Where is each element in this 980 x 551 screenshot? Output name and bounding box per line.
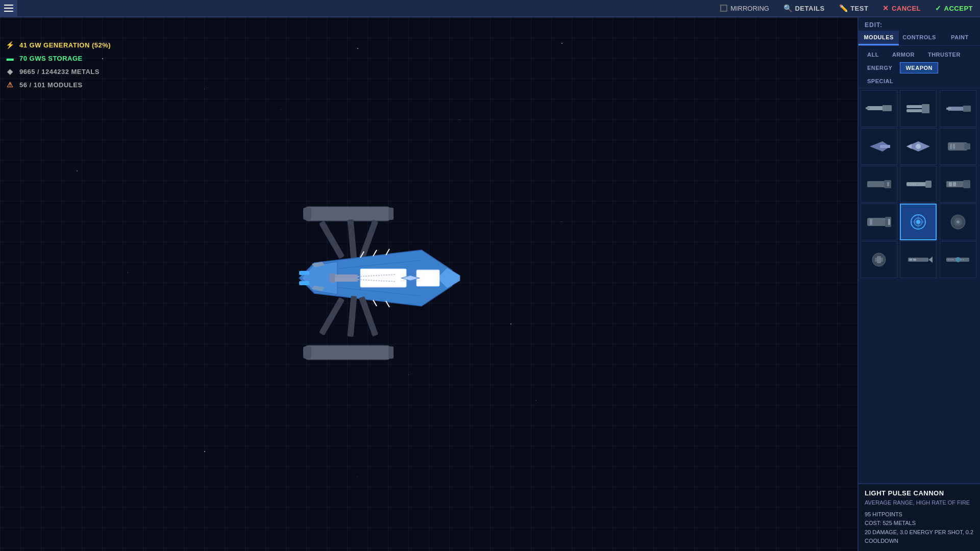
svg-rect-34 xyxy=(303,346,311,359)
module-cell-3[interactable] xyxy=(861,128,897,165)
mirroring-label: MIRRORING xyxy=(730,5,769,12)
module-cell-10[interactable] xyxy=(900,204,937,240)
svg-rect-43 xyxy=(963,106,971,112)
tab-controls[interactable]: CONTROLS xyxy=(899,31,939,45)
filter-armor[interactable]: ARMOR xyxy=(887,49,920,60)
accept-button[interactable]: ✓ ACCEPT xyxy=(928,0,980,17)
lightning-icon: ⚡ xyxy=(5,40,15,50)
svg-rect-52 xyxy=(950,144,952,149)
svg-point-86 xyxy=(955,257,961,262)
module-cell-7[interactable] xyxy=(900,166,937,203)
svg-rect-41 xyxy=(922,104,929,113)
tab-paint[interactable]: PAINT xyxy=(940,31,980,45)
hud-modules: ⚠ 56 / 101 MODULES xyxy=(5,80,111,90)
item-name: LIGHT PULSE CANNON xyxy=(865,489,974,497)
canvas-area[interactable]: ⚡ 41 GW GENERATION (52%) ▬ 70 GWS STORAG… xyxy=(0,17,857,551)
svg-rect-5 xyxy=(359,219,379,260)
right-panel: EDIT: MODULES CONTROLS PAINT ALL ARMOR T… xyxy=(857,17,980,551)
module-cell-6[interactable] xyxy=(861,166,897,203)
hud-overlay: ⚡ 41 GW GENERATION (52%) ▬ 70 GWS STORAG… xyxy=(5,40,111,90)
module-cell-0[interactable] xyxy=(861,90,897,127)
svg-rect-78 xyxy=(877,256,881,263)
item-cost: COST: 525 METALS xyxy=(865,519,974,528)
module-cell-12[interactable] xyxy=(861,241,897,278)
test-button[interactable]: ✏️ TEST xyxy=(832,0,876,17)
svg-rect-27 xyxy=(330,277,335,283)
battery-icon: ▬ xyxy=(5,53,15,63)
filter-weapon[interactable]: WEAPON xyxy=(900,62,938,73)
svg-rect-44 xyxy=(946,108,951,110)
svg-rect-58 xyxy=(925,181,932,188)
svg-rect-18 xyxy=(299,271,309,275)
filter-thruster[interactable]: THRUSTER xyxy=(922,49,966,60)
topbar: MIRRORING 🔍 DETAILS ✏️ TEST ✕ CANCEL ✓ A… xyxy=(0,0,980,17)
module-cell-2[interactable] xyxy=(940,90,976,127)
svg-marker-49 xyxy=(906,144,912,149)
mirroring-toggle[interactable]: MIRRORING xyxy=(713,5,776,12)
hud-metals: ◆ 9665 / 1244232 METALS xyxy=(5,66,111,77)
svg-rect-32 xyxy=(359,296,379,336)
svg-rect-53 xyxy=(953,144,955,149)
filter-tabs: ALL ARMOR THRUSTER ENERGY WEAPON SPECIAL xyxy=(859,46,980,88)
module-cell-5[interactable] xyxy=(940,128,976,165)
ship-svg xyxy=(258,176,513,390)
svg-point-48 xyxy=(916,144,921,149)
cancel-button[interactable]: ✕ CANCEL xyxy=(875,0,928,17)
item-hitpoints: 95 HITPOINTS xyxy=(865,510,974,519)
module-cell-11[interactable] xyxy=(940,204,976,240)
svg-rect-56 xyxy=(887,182,889,186)
module-icon: ⚠ xyxy=(5,80,15,90)
svg-point-75 xyxy=(957,220,960,223)
module-cell-9[interactable] xyxy=(861,204,897,240)
menu-button[interactable] xyxy=(0,0,17,17)
svg-rect-46 xyxy=(880,145,890,148)
mirroring-checkbox xyxy=(720,5,727,12)
filter-special[interactable]: SPECIAL xyxy=(862,76,899,87)
svg-rect-63 xyxy=(953,182,956,186)
svg-rect-11 xyxy=(360,269,406,287)
item-stats: 20 DAMAGE, 3.0 ENERGY PER SHOT, 0.2 COOL… xyxy=(865,528,974,546)
svg-marker-80 xyxy=(928,257,933,263)
module-cell-1[interactable] xyxy=(900,90,937,127)
svg-rect-0 xyxy=(304,207,391,221)
svg-rect-82 xyxy=(913,259,916,261)
svg-rect-26 xyxy=(332,278,358,282)
svg-rect-62 xyxy=(949,182,952,186)
module-cell-4[interactable] xyxy=(900,128,937,165)
svg-rect-54 xyxy=(867,181,887,187)
svg-rect-4 xyxy=(348,219,357,261)
item-description: AVERAGE RANGE, HIGH RATE OF FIRE xyxy=(865,499,974,507)
svg-rect-38 xyxy=(866,107,870,109)
filter-all[interactable]: ALL xyxy=(862,49,885,60)
hamburger-icon xyxy=(4,5,13,12)
hud-storage: ▬ 70 GWS STORAGE xyxy=(5,53,111,63)
hud-generation: ⚡ 41 GW GENERATION (52%) xyxy=(5,40,111,50)
svg-rect-1 xyxy=(303,208,311,220)
metal-icon: ◆ xyxy=(5,66,15,77)
svg-rect-51 xyxy=(964,143,970,149)
module-grid xyxy=(859,88,980,483)
svg-rect-3 xyxy=(319,220,345,259)
svg-rect-33 xyxy=(304,345,391,360)
svg-rect-31 xyxy=(348,296,357,337)
svg-rect-30 xyxy=(319,297,345,335)
item-info: LIGHT PULSE CANNON AVERAGE RANGE, HIGH R… xyxy=(859,483,980,551)
svg-rect-19 xyxy=(299,281,309,285)
details-button[interactable]: 🔍 DETAILS xyxy=(776,0,832,17)
module-cell-13[interactable] xyxy=(900,241,937,278)
tab-modules[interactable]: MODULES xyxy=(859,31,899,45)
module-cell-8[interactable] xyxy=(940,166,976,203)
svg-rect-67 xyxy=(888,219,890,225)
svg-rect-2 xyxy=(388,208,394,220)
svg-rect-66 xyxy=(870,219,872,225)
details-icon: 🔍 xyxy=(783,4,793,12)
mode-tabs: MODULES CONTROLS PAINT xyxy=(859,31,980,46)
svg-rect-61 xyxy=(963,180,970,188)
svg-rect-81 xyxy=(909,259,912,261)
test-icon: ✏️ xyxy=(839,4,848,12)
ship-display xyxy=(258,176,513,392)
module-cell-14[interactable] xyxy=(940,241,976,278)
edit-label: EDIT: xyxy=(859,17,980,31)
filter-energy[interactable]: ENERGY xyxy=(862,62,898,73)
test-label: TEST xyxy=(850,5,868,12)
